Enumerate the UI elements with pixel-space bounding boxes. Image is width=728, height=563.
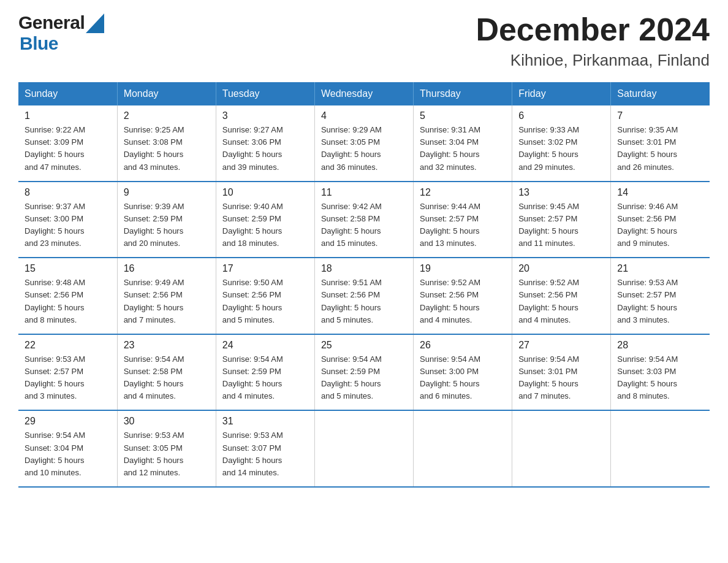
day-number: 22	[25, 340, 111, 351]
calendar-cell: 4Sunrise: 9:29 AMSunset: 3:05 PMDaylight…	[314, 105, 413, 182]
calendar-cell: 11Sunrise: 9:42 AMSunset: 2:58 PMDayligh…	[314, 182, 413, 258]
calendar-title: December 2024	[476, 12, 710, 47]
day-detail: Sunrise: 9:52 AMSunset: 2:56 PMDaylight:…	[518, 277, 604, 326]
calendar-week-row: 1Sunrise: 9:22 AMSunset: 3:09 PMDaylight…	[18, 105, 710, 182]
day-detail: Sunrise: 9:54 AMSunset: 3:03 PMDaylight:…	[617, 353, 703, 403]
day-number: 7	[617, 110, 703, 121]
day-number: 26	[420, 340, 506, 351]
day-detail: Sunrise: 9:48 AMSunset: 2:56 PMDaylight:…	[25, 277, 111, 326]
weekday-header-sunday: Sunday	[18, 82, 117, 105]
day-detail: Sunrise: 9:35 AMSunset: 3:01 PMDaylight:…	[617, 124, 703, 174]
day-number: 8	[25, 187, 111, 198]
calendar-cell: 7Sunrise: 9:35 AMSunset: 3:01 PMDaylight…	[611, 105, 710, 182]
calendar-week-row: 8Sunrise: 9:37 AMSunset: 3:00 PMDaylight…	[18, 182, 710, 258]
calendar-cell: 29Sunrise: 9:54 AMSunset: 3:04 PMDayligh…	[18, 410, 117, 487]
weekday-header-wednesday: Wednesday	[314, 82, 413, 105]
day-detail: Sunrise: 9:54 AMSunset: 3:00 PMDaylight:…	[420, 353, 506, 403]
weekday-header-row: SundayMondayTuesdayWednesdayThursdayFrid…	[18, 82, 710, 105]
day-detail: Sunrise: 9:54 AMSunset: 2:59 PMDaylight:…	[222, 353, 308, 403]
calendar-cell: 25Sunrise: 9:54 AMSunset: 2:59 PMDayligh…	[314, 334, 413, 411]
day-detail: Sunrise: 9:54 AMSunset: 2:58 PMDaylight:…	[124, 353, 210, 403]
day-detail: Sunrise: 9:54 AMSunset: 3:04 PMDaylight:…	[25, 429, 111, 479]
day-detail: Sunrise: 9:46 AMSunset: 2:56 PMDaylight:…	[617, 201, 703, 250]
day-number: 30	[124, 416, 210, 427]
calendar-cell: 23Sunrise: 9:54 AMSunset: 2:58 PMDayligh…	[117, 334, 216, 411]
day-number: 6	[518, 110, 604, 121]
calendar-cell: 8Sunrise: 9:37 AMSunset: 3:00 PMDaylight…	[18, 182, 117, 258]
calendar-cell	[611, 410, 710, 487]
day-number: 31	[222, 416, 308, 427]
day-number: 1	[25, 110, 111, 121]
day-number: 5	[420, 110, 506, 121]
day-detail: Sunrise: 9:25 AMSunset: 3:08 PMDaylight:…	[124, 124, 210, 174]
calendar-cell	[414, 410, 512, 487]
day-detail: Sunrise: 9:49 AMSunset: 2:56 PMDaylight:…	[124, 277, 210, 326]
calendar-cell: 6Sunrise: 9:33 AMSunset: 3:02 PMDaylight…	[512, 105, 611, 182]
day-detail: Sunrise: 9:45 AMSunset: 2:57 PMDaylight:…	[518, 201, 604, 250]
day-detail: Sunrise: 9:54 AMSunset: 2:59 PMDaylight:…	[321, 353, 407, 403]
calendar-cell: 22Sunrise: 9:53 AMSunset: 2:57 PMDayligh…	[18, 334, 117, 411]
calendar-cell: 21Sunrise: 9:53 AMSunset: 2:57 PMDayligh…	[611, 258, 710, 334]
calendar-cell: 28Sunrise: 9:54 AMSunset: 3:03 PMDayligh…	[611, 334, 710, 411]
calendar-week-row: 29Sunrise: 9:54 AMSunset: 3:04 PMDayligh…	[18, 410, 710, 487]
day-number: 20	[518, 263, 604, 274]
calendar-cell: 27Sunrise: 9:54 AMSunset: 3:01 PMDayligh…	[512, 334, 611, 411]
logo: General Blue	[18, 12, 104, 54]
day-number: 16	[124, 263, 210, 274]
day-detail: Sunrise: 9:27 AMSunset: 3:06 PMDaylight:…	[222, 124, 308, 174]
day-number: 9	[124, 187, 210, 198]
svg-marker-0	[86, 13, 104, 33]
day-number: 21	[617, 263, 703, 274]
day-detail: Sunrise: 9:52 AMSunset: 2:56 PMDaylight:…	[420, 277, 506, 326]
calendar-cell: 18Sunrise: 9:51 AMSunset: 2:56 PMDayligh…	[314, 258, 413, 334]
day-number: 28	[617, 340, 703, 351]
calendar-cell	[512, 410, 611, 487]
day-detail: Sunrise: 9:42 AMSunset: 2:58 PMDaylight:…	[321, 201, 407, 250]
calendar-cell: 20Sunrise: 9:52 AMSunset: 2:56 PMDayligh…	[512, 258, 611, 334]
calendar-cell: 14Sunrise: 9:46 AMSunset: 2:56 PMDayligh…	[611, 182, 710, 258]
calendar-cell: 30Sunrise: 9:53 AMSunset: 3:05 PMDayligh…	[117, 410, 216, 487]
logo-triangle-icon	[86, 13, 104, 33]
day-number: 2	[124, 110, 210, 121]
day-detail: Sunrise: 9:53 AMSunset: 2:57 PMDaylight:…	[25, 353, 111, 403]
calendar-cell: 31Sunrise: 9:53 AMSunset: 3:07 PMDayligh…	[216, 410, 314, 487]
day-detail: Sunrise: 9:53 AMSunset: 3:07 PMDaylight:…	[222, 429, 308, 479]
calendar-cell: 19Sunrise: 9:52 AMSunset: 2:56 PMDayligh…	[414, 258, 512, 334]
day-number: 17	[222, 263, 308, 274]
calendar-cell	[314, 410, 413, 487]
calendar-cell: 2Sunrise: 9:25 AMSunset: 3:08 PMDaylight…	[117, 105, 216, 182]
logo-blue-text: Blue	[20, 33, 58, 53]
day-detail: Sunrise: 9:33 AMSunset: 3:02 PMDaylight:…	[518, 124, 604, 174]
day-detail: Sunrise: 9:53 AMSunset: 3:05 PMDaylight:…	[124, 429, 210, 479]
calendar-cell: 10Sunrise: 9:40 AMSunset: 2:59 PMDayligh…	[216, 182, 314, 258]
calendar-cell: 26Sunrise: 9:54 AMSunset: 3:00 PMDayligh…	[414, 334, 512, 411]
weekday-header-monday: Monday	[117, 82, 216, 105]
day-detail: Sunrise: 9:53 AMSunset: 2:57 PMDaylight:…	[617, 277, 703, 326]
calendar-cell: 9Sunrise: 9:39 AMSunset: 2:59 PMDaylight…	[117, 182, 216, 258]
day-number: 23	[124, 340, 210, 351]
calendar-cell: 1Sunrise: 9:22 AMSunset: 3:09 PMDaylight…	[18, 105, 117, 182]
day-detail: Sunrise: 9:54 AMSunset: 3:01 PMDaylight:…	[518, 353, 604, 403]
calendar-cell: 12Sunrise: 9:44 AMSunset: 2:57 PMDayligh…	[414, 182, 512, 258]
calendar-cell: 13Sunrise: 9:45 AMSunset: 2:57 PMDayligh…	[512, 182, 611, 258]
day-detail: Sunrise: 9:31 AMSunset: 3:04 PMDaylight:…	[420, 124, 506, 174]
calendar-week-row: 15Sunrise: 9:48 AMSunset: 2:56 PMDayligh…	[18, 258, 710, 334]
day-number: 19	[420, 263, 506, 274]
day-number: 12	[420, 187, 506, 198]
page-header: General Blue December 2024 Kihnioe, Pirk…	[18, 12, 710, 70]
weekday-header-thursday: Thursday	[414, 82, 512, 105]
calendar-cell: 15Sunrise: 9:48 AMSunset: 2:56 PMDayligh…	[18, 258, 117, 334]
day-number: 25	[321, 340, 407, 351]
weekday-header-saturday: Saturday	[611, 82, 710, 105]
day-number: 13	[518, 187, 604, 198]
day-number: 29	[25, 416, 111, 427]
day-detail: Sunrise: 9:44 AMSunset: 2:57 PMDaylight:…	[420, 201, 506, 250]
day-detail: Sunrise: 9:37 AMSunset: 3:00 PMDaylight:…	[25, 201, 111, 250]
day-number: 27	[518, 340, 604, 351]
calendar-cell: 17Sunrise: 9:50 AMSunset: 2:56 PMDayligh…	[216, 258, 314, 334]
day-detail: Sunrise: 9:50 AMSunset: 2:56 PMDaylight:…	[222, 277, 308, 326]
calendar-cell: 5Sunrise: 9:31 AMSunset: 3:04 PMDaylight…	[414, 105, 512, 182]
day-number: 14	[617, 187, 703, 198]
day-number: 4	[321, 110, 407, 121]
calendar-cell: 3Sunrise: 9:27 AMSunset: 3:06 PMDaylight…	[216, 105, 314, 182]
